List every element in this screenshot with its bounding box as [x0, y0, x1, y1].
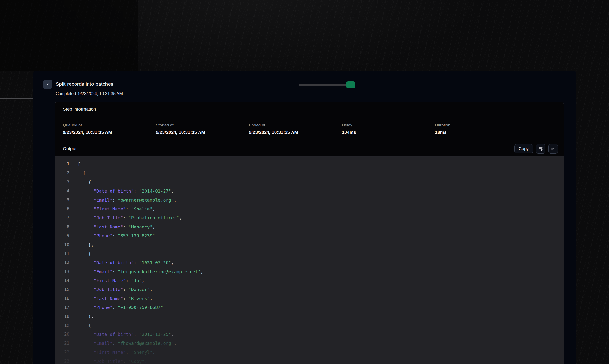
code-line: 1[	[55, 160, 564, 169]
code-line-content: "Email": "fhoward@example.org",	[78, 339, 177, 348]
line-number: 2	[55, 169, 69, 177]
output-header-row: Output Copy	[55, 141, 564, 157]
background-vertical-line	[138, 0, 138, 71]
code-line: 15 "Job Title": "Dancer",	[55, 285, 564, 294]
meta-label: Duration	[435, 123, 528, 128]
code-line: 19 {	[55, 321, 564, 330]
line-number: 4	[55, 187, 69, 195]
code-line: 23 "Job Title": "Copy",	[55, 357, 564, 364]
meta-value: 9/23/2024, 10:31:35 AM	[156, 130, 249, 135]
code-line: 10 },	[55, 240, 564, 249]
line-number: 1	[55, 160, 69, 169]
code-line-content: "First Name": "Jo",	[78, 276, 144, 285]
code-line-content: },	[78, 312, 94, 321]
code-line-content: [	[78, 169, 86, 177]
line-number: 22	[55, 348, 69, 357]
background-horizontal-line-right	[576, 278, 609, 279]
code-line-content: "Email": "fergusonkatherine@example.net"…	[78, 267, 203, 276]
step-timeline[interactable]	[143, 81, 564, 89]
code-line-content: {	[78, 321, 91, 330]
wrap-text-button[interactable]	[536, 144, 545, 154]
line-number: 19	[55, 321, 69, 330]
code-line: 4 "Date of birth": "2014-01-27",	[55, 187, 564, 195]
meta-field-ended-at: Ended at 9/23/2024, 10:31:35 AM	[249, 123, 342, 135]
meta-label: Queued at	[63, 123, 156, 128]
meta-label: Delay	[342, 123, 435, 128]
code-line-content: "Job Title": "Probation officer",	[78, 213, 182, 222]
collapse-step-button[interactable]	[43, 80, 52, 89]
step-detail-panel: Split records into batches Completed: 9/…	[33, 71, 576, 364]
meta-field-duration: Duration 18ms	[435, 123, 528, 135]
code-line: 22 "First Name": "Sheryl",	[55, 348, 564, 357]
line-number: 3	[55, 178, 69, 187]
code-line: 5 "Email": "pwarner@example.org",	[55, 196, 564, 205]
code-line-content: "Job Title": "Copy",	[78, 357, 147, 364]
line-number: 17	[55, 303, 69, 312]
code-line-content: {	[78, 178, 91, 187]
timeline-duration-segment	[299, 84, 349, 86]
code-line-content: "Email": "pwarner@example.org",	[78, 196, 177, 205]
code-line: 21 "Email": "fhoward@example.org",	[55, 339, 564, 348]
meta-field-delay: Delay 104ms	[342, 123, 435, 135]
step-information-title: Step information	[63, 106, 96, 112]
background-dark-region	[0, 0, 138, 71]
code-line: 13 "Email": "fergusonkatherine@example.n…	[55, 267, 564, 276]
code-line-content: "Date of birth": "2013-11-25",	[78, 330, 174, 339]
code-line: 20 "Date of birth": "2013-11-25",	[55, 330, 564, 339]
line-number: 10	[55, 240, 69, 249]
background-horizontal-line-left	[0, 98, 33, 99]
output-code-viewer[interactable]: 1[2 [3 {4 "Date of birth": "2014-01-27",…	[55, 157, 564, 364]
line-number: 20	[55, 330, 69, 339]
line-number: 11	[55, 249, 69, 258]
code-line-content: "Job Title": "Dancer",	[78, 285, 152, 294]
code-line: 8 "Last Name": "Mahoney",	[55, 222, 564, 231]
code-line-content: "Last Name": "Rivers",	[78, 294, 152, 303]
step-title: Split records into batches	[56, 81, 113, 87]
code-line: 17 "Phone": "+1-950-759-8687"	[55, 303, 564, 312]
scroll-to-top-icon	[551, 146, 555, 151]
line-number: 23	[55, 357, 69, 364]
meta-value: 9/23/2024, 10:31:35 AM	[63, 130, 156, 135]
code-line-content: "First Name": "Shelia",	[78, 205, 155, 213]
line-number: 21	[55, 339, 69, 348]
code-line-content: [	[78, 160, 80, 169]
chevron-down-icon	[46, 82, 50, 86]
step-meta-row: Queued at 9/23/2024, 10:31:35 AM Started…	[55, 117, 564, 141]
code-line-content: "Last Name": "Mahoney",	[78, 222, 155, 231]
code-line: 9 "Phone": "857.139.8239"	[55, 231, 564, 240]
code-line: 6 "First Name": "Shelia",	[55, 205, 564, 213]
line-number: 16	[55, 294, 69, 303]
step-status-line: Completed: 9/23/2024, 10:31:35 AM	[56, 91, 123, 96]
code-line: 2 [	[55, 169, 564, 177]
line-number: 5	[55, 196, 69, 205]
scroll-to-top-button[interactable]	[548, 144, 558, 154]
code-line-content: "First Name": "Sheryl",	[78, 348, 155, 357]
line-number: 7	[55, 213, 69, 222]
line-number: 18	[55, 312, 69, 321]
line-number: 6	[55, 205, 69, 213]
meta-value: 104ms	[342, 130, 435, 135]
code-line: 14 "First Name": "Jo",	[55, 276, 564, 285]
code-line-content: "Date of birth": "1931-07-26",	[78, 258, 174, 267]
meta-value: 18ms	[435, 130, 528, 135]
code-line: 3 {	[55, 178, 564, 187]
line-number: 12	[55, 258, 69, 267]
meta-field-started-at: Started at 9/23/2024, 10:31:35 AM	[156, 123, 249, 135]
output-actions: Copy	[514, 144, 558, 154]
code-line-content: "Phone": "+1-950-759-8687"	[78, 303, 163, 312]
copy-output-button[interactable]: Copy	[514, 144, 533, 153]
code-line-content: },	[78, 240, 94, 249]
line-number: 13	[55, 267, 69, 276]
code-line-content: "Phone": "857.139.8239"	[78, 231, 155, 240]
line-number: 15	[55, 285, 69, 294]
code-line: 16 "Last Name": "Rivers",	[55, 294, 564, 303]
timeline-step-marker[interactable]	[346, 81, 355, 88]
code-line: 11 {	[55, 249, 564, 258]
code-line: 12 "Date of birth": "1931-07-26",	[55, 258, 564, 267]
meta-label: Started at	[156, 123, 249, 128]
line-number: 9	[55, 231, 69, 240]
code-lines: 1[2 [3 {4 "Date of birth": "2014-01-27",…	[55, 160, 564, 364]
wrap-text-icon	[538, 146, 543, 151]
output-title: Output	[63, 146, 76, 151]
step-information-card: Step information Queued at 9/23/2024, 10…	[55, 102, 564, 364]
